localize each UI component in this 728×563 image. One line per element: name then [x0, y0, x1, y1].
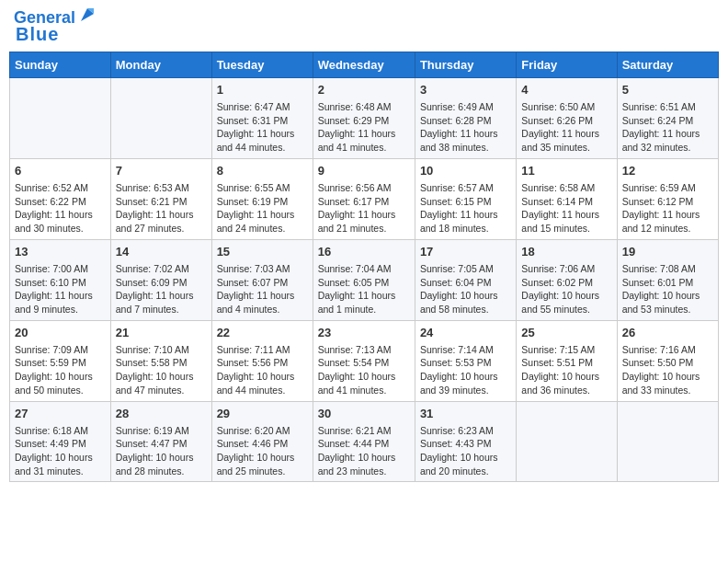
day-details: Sunrise: 7:03 AMSunset: 6:07 PMDaylight:… [217, 262, 308, 316]
day-number: 21 [116, 325, 207, 341]
calendar-cell: 11Sunrise: 6:58 AMSunset: 6:14 PMDayligh… [517, 158, 617, 239]
calendar-cell: 23Sunrise: 7:13 AMSunset: 5:54 PMDayligh… [313, 320, 415, 401]
calendar-cell [110, 77, 211, 158]
calendar-cell [517, 401, 617, 482]
calendar-cell: 31Sunrise: 6:23 AMSunset: 4:43 PMDayligh… [415, 401, 516, 482]
day-details: Sunrise: 6:58 AMSunset: 6:14 PMDaylight:… [521, 181, 611, 236]
calendar-cell: 30Sunrise: 6:21 AMSunset: 4:44 PMDayligh… [313, 401, 415, 482]
day-header-thursday: Thursday [415, 52, 516, 77]
day-header-tuesday: Tuesday [211, 52, 313, 77]
day-number: 13 [15, 244, 106, 260]
day-details: Sunrise: 7:10 AMSunset: 5:58 PMDaylight:… [116, 343, 207, 397]
day-number: 28 [116, 406, 207, 422]
calendar-week-row: 20Sunrise: 7:09 AMSunset: 5:59 PMDayligh… [10, 320, 719, 401]
calendar-cell: 4Sunrise: 6:50 AMSunset: 6:26 PMDaylight… [517, 77, 617, 158]
calendar-cell: 15Sunrise: 7:03 AMSunset: 6:07 PMDayligh… [211, 239, 313, 320]
calendar-cell: 7Sunrise: 6:53 AMSunset: 6:21 PMDaylight… [110, 158, 211, 239]
calendar-cell: 12Sunrise: 6:59 AMSunset: 6:12 PMDayligh… [617, 158, 718, 239]
day-number: 5 [622, 82, 713, 98]
day-number: 23 [318, 325, 410, 341]
day-number: 16 [318, 244, 410, 260]
day-number: 8 [217, 163, 308, 179]
day-number: 4 [521, 82, 611, 98]
day-details: Sunrise: 7:00 AMSunset: 6:10 PMDaylight:… [15, 262, 106, 316]
day-number: 6 [15, 163, 106, 179]
calendar-cell: 26Sunrise: 7:16 AMSunset: 5:50 PMDayligh… [617, 320, 718, 401]
calendar-cell: 1Sunrise: 6:47 AMSunset: 6:31 PMDaylight… [211, 77, 313, 158]
day-header-wednesday: Wednesday [313, 52, 415, 77]
calendar-cell: 5Sunrise: 6:51 AMSunset: 6:24 PMDaylight… [617, 77, 718, 158]
day-number: 25 [521, 325, 611, 341]
day-details: Sunrise: 7:11 AMSunset: 5:56 PMDaylight:… [217, 343, 308, 397]
calendar-cell: 24Sunrise: 7:14 AMSunset: 5:53 PMDayligh… [415, 320, 516, 401]
calendar-cell: 8Sunrise: 6:55 AMSunset: 6:19 PMDaylight… [211, 158, 313, 239]
day-details: Sunrise: 6:57 AMSunset: 6:15 PMDaylight:… [420, 181, 511, 236]
day-details: Sunrise: 6:50 AMSunset: 6:26 PMDaylight:… [521, 100, 611, 155]
calendar-week-row: 13Sunrise: 7:00 AMSunset: 6:10 PMDayligh… [10, 239, 719, 320]
day-number: 14 [116, 244, 207, 260]
day-number: 29 [217, 406, 308, 422]
day-number: 19 [622, 244, 713, 260]
calendar-cell: 6Sunrise: 6:52 AMSunset: 6:22 PMDaylight… [10, 158, 111, 239]
calendar-cell: 14Sunrise: 7:02 AMSunset: 6:09 PMDayligh… [110, 239, 211, 320]
day-details: Sunrise: 6:56 AMSunset: 6:17 PMDaylight:… [318, 181, 410, 236]
calendar-cell: 9Sunrise: 6:56 AMSunset: 6:17 PMDaylight… [313, 158, 415, 239]
calendar-cell: 2Sunrise: 6:48 AMSunset: 6:29 PMDaylight… [313, 77, 415, 158]
day-number: 31 [420, 406, 511, 422]
calendar-cell: 29Sunrise: 6:20 AMSunset: 4:46 PMDayligh… [211, 401, 313, 482]
day-details: Sunrise: 7:15 AMSunset: 5:51 PMDaylight:… [521, 343, 611, 397]
day-details: Sunrise: 6:51 AMSunset: 6:24 PMDaylight:… [622, 100, 713, 155]
page-header: General Blue [9, 9, 719, 44]
calendar-table: SundayMondayTuesdayWednesdayThursdayFrid… [9, 52, 719, 483]
day-number: 9 [318, 163, 410, 179]
day-number: 10 [420, 163, 511, 179]
calendar-cell: 22Sunrise: 7:11 AMSunset: 5:56 PMDayligh… [211, 320, 313, 401]
logo: General Blue [14, 9, 97, 44]
day-details: Sunrise: 7:14 AMSunset: 5:53 PMDaylight:… [420, 343, 511, 397]
calendar-cell: 3Sunrise: 6:49 AMSunset: 6:28 PMDaylight… [415, 77, 516, 158]
day-details: Sunrise: 7:05 AMSunset: 6:04 PMDaylight:… [420, 262, 511, 316]
day-number: 18 [521, 244, 611, 260]
day-number: 26 [622, 325, 713, 341]
day-number: 24 [420, 325, 511, 341]
calendar-cell: 28Sunrise: 6:19 AMSunset: 4:47 PMDayligh… [110, 401, 211, 482]
logo-text-blue: Blue [16, 24, 59, 44]
logo-icon [77, 5, 97, 25]
day-header-sunday: Sunday [10, 52, 111, 77]
calendar-week-row: 27Sunrise: 6:18 AMSunset: 4:49 PMDayligh… [10, 401, 719, 482]
day-number: 27 [15, 406, 106, 422]
day-details: Sunrise: 6:52 AMSunset: 6:22 PMDaylight:… [15, 181, 106, 236]
day-details: Sunrise: 6:20 AMSunset: 4:46 PMDaylight:… [217, 424, 308, 478]
day-number: 22 [217, 325, 308, 341]
day-details: Sunrise: 6:21 AMSunset: 4:44 PMDaylight:… [318, 424, 410, 478]
calendar-cell: 25Sunrise: 7:15 AMSunset: 5:51 PMDayligh… [517, 320, 617, 401]
day-details: Sunrise: 7:04 AMSunset: 6:05 PMDaylight:… [318, 262, 410, 316]
day-details: Sunrise: 6:59 AMSunset: 6:12 PMDaylight:… [622, 181, 713, 236]
day-header-saturday: Saturday [617, 52, 718, 77]
calendar-cell: 16Sunrise: 7:04 AMSunset: 6:05 PMDayligh… [313, 239, 415, 320]
day-details: Sunrise: 6:48 AMSunset: 6:29 PMDaylight:… [318, 100, 410, 155]
day-number: 17 [420, 244, 511, 260]
day-header-friday: Friday [517, 52, 617, 77]
day-number: 1 [217, 82, 308, 98]
calendar-cell [617, 401, 718, 482]
calendar-cell: 13Sunrise: 7:00 AMSunset: 6:10 PMDayligh… [10, 239, 111, 320]
day-number: 2 [318, 82, 410, 98]
day-number: 20 [15, 325, 106, 341]
day-details: Sunrise: 7:13 AMSunset: 5:54 PMDaylight:… [318, 343, 410, 397]
day-details: Sunrise: 6:55 AMSunset: 6:19 PMDaylight:… [217, 181, 308, 236]
day-details: Sunrise: 7:02 AMSunset: 6:09 PMDaylight:… [116, 262, 207, 316]
day-details: Sunrise: 7:16 AMSunset: 5:50 PMDaylight:… [622, 343, 713, 397]
day-number: 7 [116, 163, 207, 179]
day-details: Sunrise: 7:09 AMSunset: 5:59 PMDaylight:… [15, 343, 106, 397]
header-row: SundayMondayTuesdayWednesdayThursdayFrid… [10, 52, 719, 77]
calendar-cell: 20Sunrise: 7:09 AMSunset: 5:59 PMDayligh… [10, 320, 111, 401]
day-details: Sunrise: 6:18 AMSunset: 4:49 PMDaylight:… [15, 424, 106, 478]
day-details: Sunrise: 6:49 AMSunset: 6:28 PMDaylight:… [420, 100, 511, 155]
day-details: Sunrise: 6:23 AMSunset: 4:43 PMDaylight:… [420, 424, 511, 478]
calendar-cell [10, 77, 111, 158]
day-header-monday: Monday [110, 52, 211, 77]
day-number: 30 [318, 406, 410, 422]
calendar-cell: 10Sunrise: 6:57 AMSunset: 6:15 PMDayligh… [415, 158, 516, 239]
day-details: Sunrise: 6:47 AMSunset: 6:31 PMDaylight:… [217, 100, 308, 155]
